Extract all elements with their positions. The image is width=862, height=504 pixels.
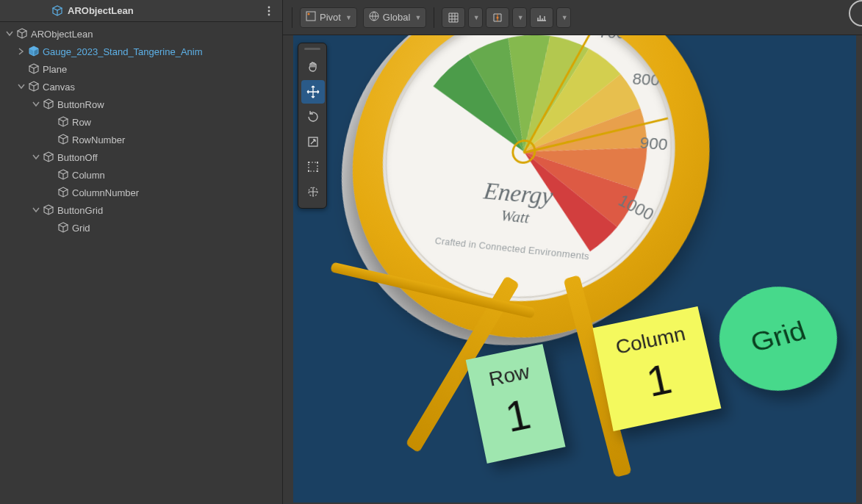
gameobject-cube-icon — [16, 28, 28, 40]
gameobject-cube-icon — [57, 187, 69, 198]
expand-arrow-icon[interactable] — [31, 205, 41, 215]
scene-view[interactable]: 400 700 800 900 1000 Energy Watt Crafted… — [293, 35, 856, 503]
chevron-down-icon: ▼ — [517, 14, 524, 21]
toolbar-separator — [292, 7, 292, 28]
snap-settings-dropdown[interactable]: ▼ — [556, 7, 571, 28]
scene-toolbar: Pivot ▼ Global ▼ ▼ ▼ ▼ — [283, 0, 862, 35]
tree-label: Plane — [43, 64, 67, 75]
svg-point-4 — [308, 13, 310, 15]
gameobject-cube-icon — [43, 204, 54, 216]
tree-label: ButtonOff — [57, 152, 98, 163]
gameobject-cube-icon — [43, 151, 54, 163]
tree-label: Column — [72, 170, 105, 181]
gauge-tick-900: 900 — [639, 134, 669, 154]
tree-label: Canvas — [43, 82, 75, 93]
svg-point-2 — [268, 13, 270, 15]
scene-stage: 400 700 800 900 1000 Energy Watt Crafted… — [293, 35, 856, 503]
chevron-down-icon: ▼ — [561, 14, 568, 21]
global-label: Global — [383, 12, 411, 23]
gameobject-cube-icon — [28, 63, 40, 75]
column-number: 1 — [619, 349, 700, 411]
prefab-cube-icon — [51, 5, 63, 17]
svg-point-1 — [268, 10, 270, 12]
tree-label: ButtonRow — [57, 99, 104, 110]
pivot-label: Pivot — [320, 12, 341, 23]
gameobject-cube-icon — [57, 222, 69, 234]
toolbar-separator — [434, 7, 434, 28]
snap-group: ▼ ▼ ▼ — [442, 7, 571, 28]
chevron-down-icon: ▼ — [414, 14, 421, 21]
tree-label: Grid — [72, 223, 90, 234]
gauge-title-text: Energy — [482, 177, 554, 209]
tree-label: ColumnNumber — [72, 187, 139, 198]
grid-button[interactable]: Grid — [708, 276, 853, 404]
grid-snap-dropdown[interactable]: ▼ — [468, 7, 483, 28]
tree-item-plane[interactable]: · Plane — [0, 60, 282, 78]
hierarchy-title: ARObjectLean — [68, 5, 134, 16]
tree-label: ARObjectLean — [31, 29, 93, 40]
tree-item-root[interactable]: ARObjectLean — [0, 25, 282, 43]
hierarchy-panel: ARObjectLean ARObjectLean Gauge_2023_Sta… — [0, 0, 283, 504]
tree-item-buttongrid[interactable]: ButtonGrid — [0, 201, 282, 219]
row-label: Row — [487, 360, 532, 391]
tree-item-column[interactable]: · Column — [0, 166, 282, 184]
tree-label: ButtonGrid — [57, 205, 103, 216]
tree-item-canvas[interactable]: Canvas — [0, 78, 282, 96]
pivot-dropdown[interactable]: Pivot ▼ — [300, 7, 357, 28]
grid-snap-button[interactable] — [442, 7, 465, 28]
collapse-arrow-icon[interactable] — [16, 46, 26, 57]
pivot-icon — [305, 10, 317, 24]
hierarchy-menu-button[interactable] — [262, 4, 276, 18]
hierarchy-tree: ARObjectLean Gauge_2023_Stand_Tangerine_… — [0, 22, 282, 240]
chevron-down-icon: ▼ — [473, 14, 480, 21]
gameobject-cube-icon — [57, 169, 69, 181]
tree-label: Gauge_2023_Stand_Tangerine_Anim — [43, 46, 203, 57]
tree-item-gauge[interactable]: Gauge_2023_Stand_Tangerine_Anim — [0, 43, 282, 60]
globe-icon — [368, 10, 380, 24]
gameobject-cube-icon — [43, 98, 54, 110]
scene-camera-gizmo[interactable] — [849, 0, 862, 26]
grid-button-label: Grid — [747, 316, 810, 358]
tree-item-grid[interactable]: · Grid — [0, 219, 282, 237]
expand-arrow-icon[interactable] — [31, 99, 41, 109]
tree-item-columnnumber[interactable]: · ColumnNumber — [0, 184, 282, 201]
tree-label: RowNumber — [72, 134, 125, 145]
expand-arrow-icon[interactable] — [16, 82, 26, 92]
svg-point-0 — [268, 6, 270, 8]
global-dropdown[interactable]: Global ▼ — [363, 7, 427, 28]
svg-point-6 — [497, 16, 499, 18]
tree-item-row[interactable]: · Row — [0, 113, 282, 131]
column-button-card[interactable]: Column 1 — [592, 306, 721, 431]
chevron-down-icon: ▼ — [345, 14, 352, 21]
tree-item-rownumber[interactable]: · RowNumber — [0, 131, 282, 148]
hierarchy-header: ARObjectLean — [0, 0, 282, 22]
tree-item-buttonoff[interactable]: ButtonOff — [0, 148, 282, 166]
gameobject-cube-icon — [28, 81, 40, 93]
svg-rect-3 — [306, 12, 315, 21]
expand-arrow-icon[interactable] — [4, 29, 15, 39]
tree-item-buttonrow[interactable]: ButtonRow — [0, 96, 282, 113]
prefab-cube-icon — [28, 46, 40, 57]
snap-increment-dropdown[interactable]: ▼ — [512, 7, 527, 28]
gameobject-cube-icon — [57, 116, 69, 128]
expand-arrow-icon[interactable] — [31, 152, 41, 162]
row-number: 1 — [492, 387, 543, 444]
snap-settings-button[interactable] — [530, 7, 553, 28]
tree-label: Row — [72, 117, 91, 128]
snap-increment-button[interactable] — [486, 7, 509, 28]
gameobject-cube-icon — [57, 134, 69, 145]
